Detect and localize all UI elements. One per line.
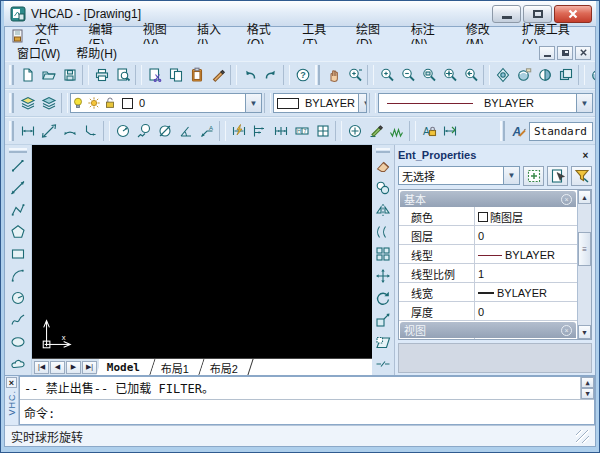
drawing-canvas[interactable]: x	[32, 145, 372, 358]
command-input[interactable]: 命令:	[20, 400, 594, 424]
select-objects-button[interactable]	[547, 166, 568, 186]
ellipse-icon[interactable]	[8, 331, 29, 353]
zoom-realtime-icon[interactable]	[344, 64, 365, 86]
new-file-icon[interactable]	[17, 64, 38, 86]
copy-object-icon[interactable]	[373, 177, 394, 199]
tab-nav-button-2[interactable]: ▶	[66, 361, 81, 374]
property-value[interactable]: 0	[475, 302, 577, 320]
quick-dim-icon[interactable]	[228, 120, 249, 142]
section-collapse-icon[interactable]: ×	[561, 325, 572, 336]
dim-angular-icon[interactable]	[175, 120, 196, 142]
property-value[interactable]: BYLAYER	[475, 283, 577, 301]
polyline-icon[interactable]	[8, 199, 29, 221]
rotate-icon[interactable]	[373, 287, 394, 309]
toolbar-grip[interactable]	[315, 65, 320, 85]
zoom-window-icon[interactable]	[418, 64, 439, 86]
redo-icon[interactable]	[260, 64, 281, 86]
cut-icon[interactable]	[144, 64, 165, 86]
property-value[interactable]: BYLAYER	[475, 245, 577, 263]
render-icon[interactable]	[513, 64, 534, 86]
quick-leader-icon[interactable]: A	[196, 120, 217, 142]
layer-states-icon[interactable]	[38, 92, 59, 114]
property-value[interactable]: 1	[475, 264, 577, 282]
color-combo[interactable]: BYLAYER ▼	[273, 93, 367, 113]
dim-linear-icon[interactable]	[17, 120, 38, 142]
toggle-pickadd-button[interactable]	[523, 166, 544, 186]
move-icon[interactable]	[373, 265, 394, 287]
tab-nav-button-1[interactable]: ◀	[50, 361, 65, 374]
scroll-thumb[interactable]: ≡	[578, 232, 591, 266]
resize-grip[interactable]	[576, 430, 589, 443]
toolbar-grip[interactable]	[500, 121, 505, 141]
array-icon[interactable]	[373, 243, 394, 265]
copy-image-icon[interactable]	[555, 64, 576, 86]
quick-select-button[interactable]	[571, 166, 592, 186]
layer-combo[interactable]: 0 ▼	[70, 93, 262, 113]
command-scrollbar[interactable]: ▲ ▼	[580, 377, 594, 399]
menu-item-help[interactable]: 帮助(H)	[68, 44, 125, 61]
rectangle-icon[interactable]	[8, 243, 29, 265]
dim-diameter-icon[interactable]	[154, 120, 175, 142]
line-icon[interactable]	[8, 155, 29, 177]
toolbar-grip[interactable]	[9, 65, 14, 85]
tab-layout2[interactable]: 布局2	[200, 359, 254, 375]
color-combo-arrow[interactable]: ▼	[358, 94, 367, 112]
open-file-icon[interactable]	[38, 64, 59, 86]
section-header[interactable]: 视图×	[400, 322, 576, 338]
dim-update-icon[interactable]	[439, 120, 460, 142]
section-collapse-icon[interactable]: ×	[561, 194, 572, 205]
dim-continue-icon[interactable]	[270, 120, 291, 142]
dim-style-input[interactable]: Standard	[529, 122, 593, 141]
palette-scrollbar[interactable]: ▲ ≡ ▼	[577, 190, 591, 339]
dim-arc-length-icon[interactable]	[59, 120, 80, 142]
command-scroll-up[interactable]: ▲	[581, 377, 594, 388]
toolbar-grip[interactable]	[9, 93, 14, 113]
scale-icon[interactable]	[373, 309, 394, 331]
3d-orbit-icon[interactable]	[492, 64, 513, 86]
spline-icon[interactable]	[8, 309, 29, 331]
property-value[interactable]: 0	[475, 226, 577, 244]
toolbar-grip[interactable]	[9, 148, 27, 153]
break-icon[interactable]	[373, 353, 394, 375]
mdi-restore-button[interactable]	[557, 46, 573, 60]
tab-layout1[interactable]: 布局1	[151, 359, 205, 375]
linetype-combo[interactable]: BYLAYER ▼	[378, 93, 593, 113]
help-icon[interactable]: ?	[292, 64, 313, 86]
dim-center-mark-icon[interactable]	[344, 120, 365, 142]
stretch-icon[interactable]	[373, 331, 394, 353]
zoom-extents-icon[interactable]	[439, 64, 460, 86]
dim-style-lock-icon[interactable]: A	[418, 120, 439, 142]
dim-frame-icon[interactable]	[312, 120, 333, 142]
menu-item-window[interactable]: 窗口(W)	[9, 44, 68, 61]
selection-combo-arrow[interactable]: ▼	[503, 167, 519, 184]
mdi-minimize-button[interactable]	[539, 46, 555, 60]
mdi-close-button[interactable]	[575, 46, 591, 60]
text-style-icon[interactable]: A	[508, 120, 529, 142]
tab-model[interactable]: Model	[96, 359, 155, 375]
dim-tolerance-icon[interactable]: H7	[291, 120, 312, 142]
circle-icon[interactable]	[8, 287, 29, 309]
scroll-down-button[interactable]: ▼	[578, 325, 591, 339]
tab-nav-button-3[interactable]: ▶|	[82, 361, 97, 374]
selection-combo[interactable]: 无选择 ▼	[398, 166, 520, 185]
section-header[interactable]: 基本×	[400, 191, 576, 207]
tab-nav-button-0[interactable]: |◀	[34, 361, 49, 374]
construction-line-icon[interactable]	[8, 177, 29, 199]
dim-baseline-icon[interactable]	[249, 120, 270, 142]
scroll-up-button[interactable]: ▲	[578, 190, 591, 204]
print-icon[interactable]	[91, 64, 112, 86]
copy-clip-icon[interactable]	[165, 64, 186, 86]
dim-jogged-icon[interactable]	[133, 120, 154, 142]
dim-radius-icon[interactable]	[112, 120, 133, 142]
save-icon[interactable]	[59, 64, 80, 86]
dim-aligned-icon[interactable]	[38, 120, 59, 142]
toolbar-grip[interactable]	[9, 121, 14, 141]
mirror-icon[interactable]	[373, 199, 394, 221]
pan-icon[interactable]	[323, 64, 344, 86]
toolbar-grip[interactable]	[376, 148, 390, 153]
property-value[interactable]: 随图层	[475, 207, 577, 225]
dim-text-angle-icon[interactable]	[386, 120, 407, 142]
materials-icon[interactable]	[587, 64, 595, 86]
command-scroll-down[interactable]: ▼	[581, 388, 594, 399]
shade-icon[interactable]	[534, 64, 555, 86]
